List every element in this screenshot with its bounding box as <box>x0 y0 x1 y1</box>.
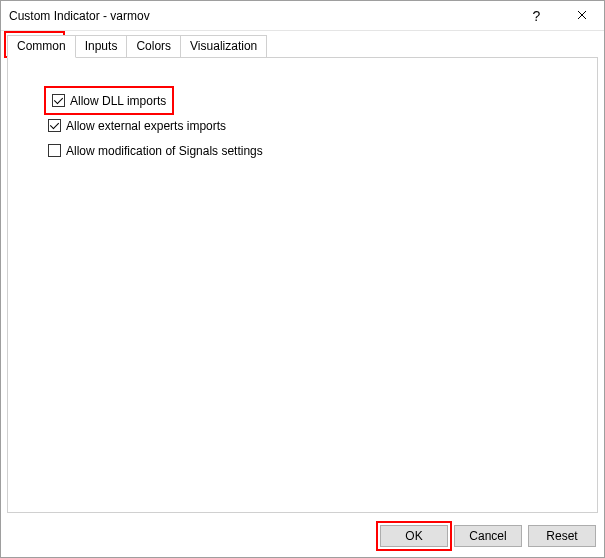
tab-inputs[interactable]: Inputs <box>75 35 128 58</box>
dialog-window: Custom Indicator - varmov ? Common Input… <box>0 0 605 558</box>
tab-label: Inputs <box>85 39 118 53</box>
tab-colors[interactable]: Colors <box>126 35 181 58</box>
checkbox-label[interactable]: Allow DLL imports <box>70 94 166 108</box>
option-row-allow-signals: Allow modification of Signals settings <box>48 142 583 159</box>
reset-button[interactable]: Reset <box>528 525 596 547</box>
button-label: OK <box>405 529 422 543</box>
window-title: Custom Indicator - varmov <box>9 9 514 23</box>
checkbox-allow-signals[interactable] <box>48 144 61 157</box>
checkbox-label[interactable]: Allow external experts imports <box>66 119 226 133</box>
help-button[interactable]: ? <box>514 1 559 30</box>
titlebar: Custom Indicator - varmov ? <box>1 1 604 31</box>
tab-visualization[interactable]: Visualization <box>180 35 267 58</box>
close-button[interactable] <box>559 1 604 30</box>
tab-label: Visualization <box>190 39 257 53</box>
help-icon: ? <box>533 8 541 24</box>
checkbox-label[interactable]: Allow modification of Signals settings <box>66 144 263 158</box>
close-icon <box>577 8 587 23</box>
tab-label: Colors <box>136 39 171 53</box>
tab-bar: Common Inputs Colors Visualization <box>1 31 604 58</box>
tab-panel-common: Allow DLL imports Allow external experts… <box>7 57 598 513</box>
titlebar-controls: ? <box>514 1 604 30</box>
option-row-allow-dll: Allow DLL imports <box>48 90 170 111</box>
button-label: Reset <box>546 529 577 543</box>
cancel-button[interactable]: Cancel <box>454 525 522 547</box>
option-row-allow-experts: Allow external experts imports <box>48 117 583 134</box>
checkbox-allow-dll[interactable] <box>52 94 65 107</box>
ok-button[interactable]: OK <box>380 525 448 547</box>
button-label: Cancel <box>469 529 506 543</box>
tab-common[interactable]: Common <box>7 35 76 58</box>
checkbox-allow-experts[interactable] <box>48 119 61 132</box>
tab-label: Common <box>17 39 66 53</box>
dialog-button-row: OK Cancel Reset <box>1 519 604 557</box>
